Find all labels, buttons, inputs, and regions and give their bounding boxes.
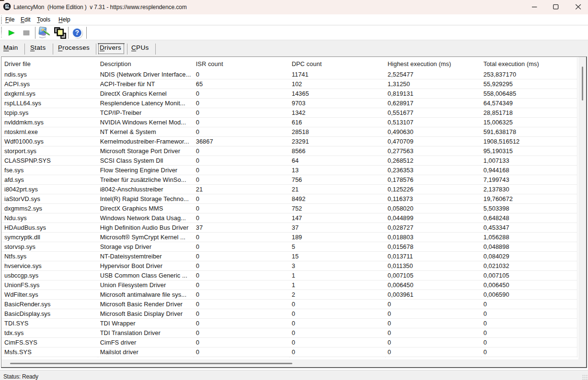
svg-text:?: ? — [75, 29, 80, 36]
